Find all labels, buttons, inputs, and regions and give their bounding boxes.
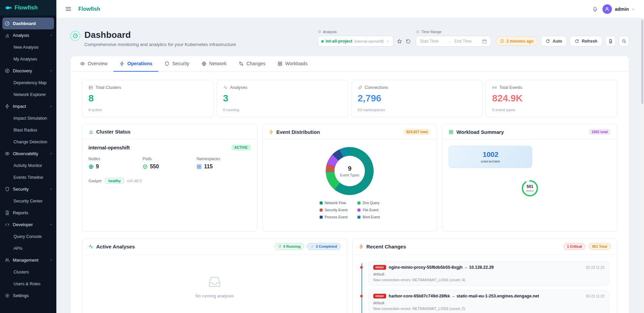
grid-icon bbox=[449, 129, 454, 135]
stat-card-connections: Connections 2,796 63 namespaces bbox=[351, 80, 483, 117]
app-logo[interactable]: Flowfish bbox=[0, 0, 56, 16]
search-button[interactable] bbox=[619, 36, 629, 46]
legend-item[interactable]: Process Event bbox=[320, 215, 348, 219]
sidebar-section-observability[interactable]: Observability bbox=[0, 148, 56, 160]
time-range-picker[interactable]: → bbox=[416, 36, 491, 47]
tab-network[interactable]: Network bbox=[195, 56, 233, 72]
grid-icon bbox=[196, 164, 202, 169]
export-report-button[interactable] bbox=[605, 36, 616, 46]
sidebar-item-blast-radius[interactable]: Blast Radius bbox=[0, 124, 56, 136]
sidebar-item-events-timeline[interactable]: Events Timeline bbox=[0, 171, 56, 183]
metric-namespaces: Namespaces 115 bbox=[196, 156, 250, 170]
history-icon[interactable] bbox=[405, 39, 411, 44]
sidebar-section-developer[interactable]: Developer bbox=[0, 219, 56, 231]
start-time-input[interactable] bbox=[420, 39, 445, 44]
sidebar-section-security[interactable]: Security bbox=[0, 183, 56, 195]
sidebar-item-clusters[interactable]: Clusters bbox=[0, 266, 56, 278]
sidebar-item-apis[interactable]: APIs bbox=[0, 242, 56, 254]
zap-icon bbox=[269, 129, 274, 135]
stat-card-total-events: Total Events 824.9K 9 event types bbox=[486, 80, 617, 117]
tab-overview[interactable]: Overview bbox=[74, 56, 113, 72]
top-header: Flowfish admin bbox=[56, 0, 644, 18]
sidebar-item-dashboard[interactable]: Dashboard bbox=[2, 18, 54, 29]
tab-operations[interactable]: Operations bbox=[113, 56, 158, 72]
stat-value: 8 bbox=[88, 93, 207, 104]
change-namespace: default bbox=[373, 272, 605, 276]
scrollbar-thumb[interactable] bbox=[641, 20, 643, 104]
calendar-icon[interactable] bbox=[482, 39, 487, 44]
analysis-select[interactable]: int-all-project (internal-openshift) bbox=[318, 36, 394, 47]
fish-logo-icon bbox=[4, 4, 12, 11]
arrow-separator: → bbox=[448, 39, 452, 44]
grid-icon bbox=[277, 61, 283, 66]
file-icon bbox=[5, 210, 10, 215]
chevron-down-icon[interactable] bbox=[631, 7, 635, 11]
time-range-label: Time Range bbox=[416, 30, 491, 34]
cluster-name: internal-openshift bbox=[88, 145, 130, 150]
menu-icon[interactable] bbox=[65, 6, 72, 12]
auto-refresh-button[interactable]: Auto bbox=[541, 36, 567, 46]
sidebar-section-discovery[interactable]: Discovery bbox=[0, 65, 56, 77]
change-description: New connection errors: RETRANSMIT_LOSS (… bbox=[373, 307, 605, 311]
legend-item[interactable]: Bind Event bbox=[357, 215, 380, 219]
globe-icon bbox=[202, 61, 207, 66]
sidebar-item-impact-simulation[interactable]: Impact Simulation bbox=[0, 112, 56, 124]
sidebar-section-management[interactable]: Management bbox=[0, 254, 56, 266]
sidebar-section-analysis[interactable]: Analysis bbox=[0, 29, 56, 41]
change-item[interactable]: HIGH harbor-core-65b87c749d-28fkk → stat… bbox=[368, 290, 610, 313]
activity-icon bbox=[88, 244, 93, 249]
changes-timeline: HIGH nginx-minio-proxy-55f6db5b55-8xgjh … bbox=[353, 255, 617, 313]
empty-state-text: No running analyses bbox=[195, 294, 234, 298]
main-content: Dashboard Comprehensive monitoring and a… bbox=[56, 18, 644, 313]
sidebar-item-my-analyses[interactable]: My Analyses bbox=[0, 53, 56, 65]
eye-icon bbox=[80, 61, 85, 66]
sidebar-item-query-console[interactable]: Query Console bbox=[0, 231, 56, 242]
chevron-up-icon bbox=[49, 152, 53, 155]
donut-center: 9 Event Types bbox=[334, 156, 365, 186]
legend-item[interactable]: Security Event bbox=[320, 208, 348, 212]
severity-badge: HIGH bbox=[373, 265, 386, 270]
activity-icon bbox=[223, 85, 228, 90]
timeline-line bbox=[361, 263, 362, 313]
star-icon[interactable] bbox=[397, 39, 402, 44]
brand-name[interactable]: Flowfish bbox=[78, 6, 100, 12]
notifications-bell-icon[interactable] bbox=[592, 6, 598, 12]
zap-icon bbox=[5, 104, 10, 109]
change-item[interactable]: HIGH nginx-minio-proxy-55f6db5b55-8xgjh … bbox=[368, 261, 610, 286]
vertical-scrollbar[interactable] bbox=[641, 18, 644, 313]
app-logo-text: Flowfish bbox=[15, 4, 38, 11]
sidebar-item-dependency-map[interactable]: Dependency Map bbox=[0, 77, 56, 89]
sidebar-item-activity-monitor[interactable]: Activity Monitor bbox=[0, 160, 56, 171]
sidebar-item-security-center[interactable]: Security Center bbox=[0, 195, 56, 207]
user-name[interactable]: admin bbox=[615, 6, 629, 12]
analysis-value: int-all-project bbox=[326, 39, 352, 44]
sidebar-item-settings[interactable]: Settings bbox=[0, 290, 56, 302]
sidebar-section-impact[interactable]: Impact bbox=[0, 100, 56, 112]
legend-item[interactable]: Network Flow bbox=[320, 201, 346, 205]
page-subtitle: Comprehensive monitoring and analytics f… bbox=[84, 42, 236, 47]
sidebar-item-new-analysis[interactable]: New Analysis bbox=[0, 41, 56, 53]
sidebar-item-change-detection[interactable]: Change Detection bbox=[0, 136, 56, 148]
stat-card-analyses: Analyses 3 0 running bbox=[217, 80, 348, 117]
tab-changes[interactable]: Changes bbox=[233, 56, 271, 72]
legend-item[interactable]: Dns Query bbox=[357, 201, 379, 205]
chevron-up-icon bbox=[49, 33, 53, 37]
sidebar-item-reports[interactable]: Reports bbox=[0, 207, 56, 219]
tab-workloads[interactable]: Workloads bbox=[271, 56, 314, 72]
event-donut-chart[interactable]: 9 Event Types bbox=[326, 147, 374, 195]
user-avatar[interactable] bbox=[602, 4, 612, 14]
refresh-button[interactable]: Refresh bbox=[570, 36, 602, 46]
sidebar-nav: Dashboard Analysis New Analysis My Analy… bbox=[0, 16, 56, 302]
change-namespace: default bbox=[373, 301, 605, 305]
sidebar-item-network-explorer[interactable]: Network Explorer bbox=[0, 89, 56, 100]
legend-item[interactable]: File Event bbox=[357, 208, 378, 212]
stat-card-total-clusters: Total Clusters 8 8 active bbox=[82, 80, 214, 117]
radio-icon bbox=[492, 85, 497, 90]
tab-security[interactable]: Security bbox=[158, 56, 195, 72]
workload-type-card[interactable]: 1002 UNKNOWN bbox=[449, 146, 532, 168]
end-time-input[interactable] bbox=[454, 39, 479, 44]
changes-total-badge: 901 Total bbox=[588, 243, 611, 250]
svg-text:501: 501 bbox=[527, 184, 533, 189]
empty-state: No running analyses bbox=[82, 274, 347, 298]
sidebar-item-users-roles[interactable]: Users & Roles bbox=[0, 278, 56, 290]
